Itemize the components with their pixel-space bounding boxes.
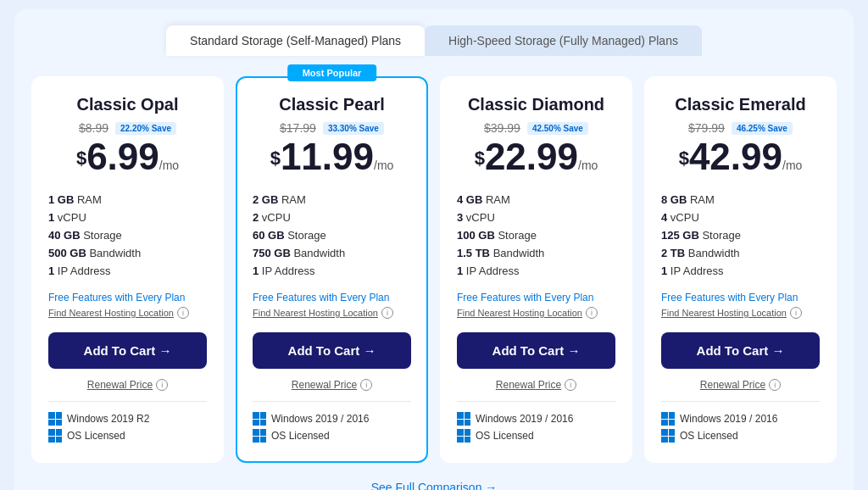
price-mo-opal: /mo <box>159 159 179 172</box>
renewal-price-label-diamond[interactable]: Renewal Price <box>496 379 561 391</box>
price-mo-diamond: /mo <box>578 159 598 172</box>
save-badge-emerald: 46.25% Save <box>732 122 793 135</box>
divider-pearl <box>253 401 411 402</box>
price-dollar-diamond: $ <box>475 148 485 169</box>
spec-item-emerald-0: 8 GB RAM <box>661 191 820 209</box>
spec-item-emerald-2: 125 GB Storage <box>661 226 820 244</box>
nearest-hosting-link-emerald[interactable]: Find Nearest Hosting Location <box>661 308 787 318</box>
nearest-hosting-link-pearl[interactable]: Find Nearest Hosting Location <box>253 308 378 318</box>
free-features-link-pearl[interactable]: Free Features with Every Plan <box>253 292 411 303</box>
original-price-opal: $8.99 <box>79 121 108 135</box>
spec-item-diamond-4: 1 IP Address <box>457 262 615 280</box>
tab-standard[interactable]: Standard Storage (Self-Managed) Plans <box>166 25 425 56</box>
windows-icon-diamond <box>457 412 470 426</box>
spec-item-emerald-4: 1 IP Address <box>661 262 820 280</box>
windows-icon-opal <box>48 412 62 426</box>
see-full-comparison-link[interactable]: See Full Comparison → <box>371 481 498 490</box>
os-row-pearl: Windows 2019 / 2016 <box>253 412 411 426</box>
os-label-emerald: Windows 2019 / 2016 <box>680 413 777 425</box>
original-price-row-opal: $8.99 22.20% Save <box>48 121 207 135</box>
renewal-price-label-emerald[interactable]: Renewal Price <box>700 379 765 391</box>
add-to-cart-btn-opal[interactable]: Add To Cart → <box>48 332 207 369</box>
price-dollar-pearl: $ <box>270 148 281 169</box>
free-features-link-diamond[interactable]: Free Features with Every Plan <box>457 292 615 303</box>
nearest-hosting-row-diamond: Find Nearest Hosting Location i <box>457 307 615 319</box>
spec-item-opal-1: 1 vCPU <box>48 209 207 226</box>
spec-item-opal-2: 40 GB Storage <box>48 226 207 244</box>
plan-card-emerald: Classic Emerald $79.99 46.25% Save $42.9… <box>644 76 837 463</box>
add-to-cart-btn-emerald[interactable]: Add To Cart → <box>661 332 820 369</box>
plan-card-diamond: Classic Diamond $39.99 42.50% Save $22.9… <box>440 76 632 463</box>
price-amount-diamond: 22.99 <box>485 136 578 177</box>
renewal-price-label-opal[interactable]: Renewal Price <box>87 379 153 391</box>
spec-item-pearl-4: 1 IP Address <box>253 262 411 280</box>
renewal-price-row-opal: Renewal Price i <box>48 379 207 391</box>
os-row-diamond: Windows 2019 / 2016 <box>457 412 615 426</box>
free-features-link-emerald[interactable]: Free Features with Every Plan <box>661 292 820 303</box>
plan-tabs: Standard Storage (Self-Managed) Plans Hi… <box>31 25 837 56</box>
windows-icon2-diamond <box>457 429 470 443</box>
spec-item-opal-4: 1 IP Address <box>48 262 207 280</box>
os-label-diamond: Windows 2019 / 2016 <box>476 413 573 425</box>
price-amount-emerald: 42.99 <box>689 136 782 177</box>
os-licensed-pearl: OS Licensed <box>271 430 330 442</box>
save-badge-pearl: 33.30% Save <box>323 122 384 135</box>
current-price-pearl: $11.99/mo <box>253 138 411 175</box>
plan-name-pearl: Classic Pearl <box>253 95 411 114</box>
spec-item-diamond-2: 100 GB Storage <box>457 226 615 244</box>
renewal-price-info-icon-diamond[interactable]: i <box>565 379 576 391</box>
add-to-cart-btn-pearl[interactable]: Add To Cart → <box>253 332 411 369</box>
spec-item-diamond-3: 1.5 TB Bandwidth <box>457 244 615 262</box>
specs-pearl: 2 GB RAM2 vCPU60 GB Storage750 GB Bandwi… <box>253 191 411 280</box>
current-price-opal: $6.99/mo <box>48 138 207 175</box>
tab-highspeed[interactable]: High-Speed Storage (Fully Managed) Plans <box>425 25 702 56</box>
nearest-hosting-link-diamond[interactable]: Find Nearest Hosting Location <box>457 308 582 318</box>
spec-item-pearl-0: 2 GB RAM <box>253 191 411 209</box>
nearest-hosting-info-icon-pearl[interactable]: i <box>381 307 393 319</box>
renewal-price-info-icon-opal[interactable]: i <box>156 379 168 391</box>
spec-item-diamond-1: 3 vCPU <box>457 209 615 226</box>
windows-icon-emerald <box>661 412 675 426</box>
renewal-price-row-diamond: Renewal Price i <box>457 379 615 391</box>
price-amount-opal: 6.99 <box>86 136 159 177</box>
os-row-opal: Windows 2019 R2 <box>48 412 207 426</box>
specs-diamond: 4 GB RAM3 vCPU100 GB Storage1.5 TB Bandw… <box>457 191 615 280</box>
spec-item-diamond-0: 4 GB RAM <box>457 191 615 209</box>
os-licensed-opal: OS Licensed <box>67 430 125 442</box>
original-price-diamond: $39.99 <box>484 121 520 135</box>
windows-icon2-emerald <box>661 429 675 443</box>
os-label-opal: Windows 2019 R2 <box>67 413 149 425</box>
add-to-cart-btn-diamond[interactable]: Add To Cart → <box>457 332 615 369</box>
os-label-pearl: Windows 2019 / 2016 <box>271 413 369 425</box>
save-badge-diamond: 42.50% Save <box>527 122 588 135</box>
divider-diamond <box>457 401 615 402</box>
spec-item-emerald-3: 2 TB Bandwidth <box>661 244 820 262</box>
free-features-link-opal[interactable]: Free Features with Every Plan <box>48 292 207 303</box>
plans-grid: Classic Opal $8.99 22.20% Save $6.99/mo … <box>31 76 837 463</box>
nearest-hosting-info-icon-opal[interactable]: i <box>177 307 189 319</box>
os-licensed-row-pearl: OS Licensed <box>253 429 411 443</box>
windows-icon2-opal <box>48 429 62 443</box>
renewal-price-row-emerald: Renewal Price i <box>661 379 820 391</box>
nearest-hosting-info-icon-emerald[interactable]: i <box>790 307 802 319</box>
original-price-pearl: $17.99 <box>280 121 316 135</box>
most-popular-badge: Most Popular <box>287 64 377 81</box>
nearest-hosting-link-opal[interactable]: Find Nearest Hosting Location <box>48 308 174 318</box>
price-dollar-opal: $ <box>76 148 86 169</box>
plan-card-pearl: Most PopularClassic Pearl $17.99 33.30% … <box>236 76 428 463</box>
spec-item-opal-0: 1 GB RAM <box>48 191 207 209</box>
renewal-price-label-pearl[interactable]: Renewal Price <box>292 379 357 391</box>
pricing-container: Standard Storage (Self-Managed) Plans Hi… <box>14 8 854 490</box>
renewal-price-info-icon-pearl[interactable]: i <box>360 379 372 391</box>
renewal-price-info-icon-emerald[interactable]: i <box>769 379 781 391</box>
original-price-row-pearl: $17.99 33.30% Save <box>253 121 411 135</box>
spec-item-opal-3: 500 GB Bandwidth <box>48 244 207 262</box>
plan-name-opal: Classic Opal <box>48 95 207 114</box>
os-licensed-row-emerald: OS Licensed <box>661 429 820 443</box>
original-price-row-diamond: $39.99 42.50% Save <box>457 121 615 135</box>
nearest-hosting-info-icon-diamond[interactable]: i <box>586 307 598 319</box>
nearest-hosting-row-opal: Find Nearest Hosting Location i <box>48 307 207 319</box>
specs-emerald: 8 GB RAM4 vCPU125 GB Storage2 TB Bandwid… <box>661 191 820 280</box>
divider-emerald <box>661 401 820 402</box>
price-dollar-emerald: $ <box>679 148 689 169</box>
